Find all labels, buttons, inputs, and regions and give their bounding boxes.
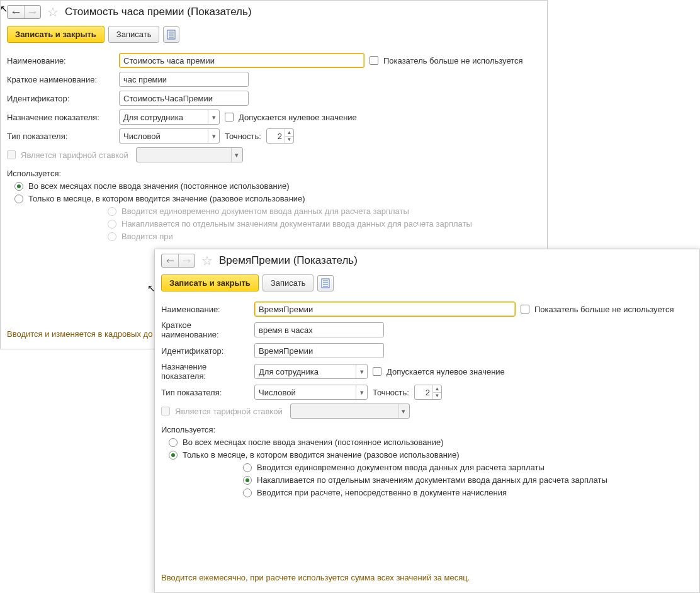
purpose-label: Назначение показателя:	[161, 362, 249, 381]
type-select[interactable]: Числовой ▾	[254, 385, 368, 400]
rate-select: ▾	[290, 404, 410, 419]
precision-spinner[interactable]: 2 ▲▼	[266, 128, 294, 144]
short-name-label: Краткое наименование:	[7, 75, 114, 84]
spin-up-icon[interactable]: ▲	[433, 385, 441, 392]
precision-label: Точность:	[373, 388, 409, 397]
usage-option-once[interactable]: Только в месяце, в котором вводится знач…	[169, 450, 693, 460]
usage-option-permanent[interactable]: Во всех месяцах после ввода значения (по…	[14, 181, 541, 191]
usage-sub-2[interactable]: Накапливается по отдельным значениям док…	[243, 475, 693, 485]
spin-up-icon[interactable]: ▲	[285, 129, 293, 136]
not-used-checkbox[interactable]	[521, 305, 529, 313]
save-and-close-button[interactable]: Записать и закрыть	[161, 274, 259, 291]
spin-down-icon[interactable]: ▼	[285, 136, 293, 144]
toolbar: Записать и закрыть Записать	[155, 272, 699, 298]
not-used-checkbox[interactable]	[370, 56, 378, 65]
usage-sub-2: Накапливается по отдельным значениям док…	[108, 219, 541, 229]
usage-option-permanent[interactable]: Во всех месяцах после ввода значения (по…	[169, 438, 693, 447]
name-label: Наименование:	[7, 56, 114, 65]
name-input[interactable]	[119, 53, 364, 68]
chevron-down-icon: ▾	[231, 148, 242, 162]
save-button[interactable]: Записать	[262, 274, 314, 291]
type-label: Тип показателя:	[161, 388, 249, 397]
is-rate-checkbox	[161, 407, 170, 415]
identifier-input[interactable]	[119, 91, 249, 106]
used-section-label: Используется:	[161, 425, 693, 434]
not-used-label: Показатель больше не используется	[383, 56, 523, 65]
identifier-input[interactable]	[254, 343, 384, 358]
purpose-label: Назначение показателя:	[7, 113, 114, 122]
allow-zero-label: Допускается нулевое значение	[387, 367, 505, 376]
usage-sub-1: Вводится единовременно документом ввода …	[108, 206, 541, 216]
usage-sub-3[interactable]: Вводится при расчете, непосредственно в …	[243, 488, 693, 497]
allow-zero-label: Допускается нулевое значение	[239, 113, 357, 122]
short-name-label: Краткое наименование:	[161, 320, 249, 339]
rate-select: ▾	[136, 147, 243, 162]
page-title: Стоимость часа премии (Показатель)	[65, 6, 252, 18]
report-icon-button[interactable]	[163, 26, 179, 43]
usage-sub-1[interactable]: Вводится единовременно документом ввода …	[243, 463, 693, 472]
cursor-icon: ↖	[147, 283, 155, 294]
nav-buttons: 🡐 🡒	[7, 5, 41, 19]
chevron-down-icon: ▾	[356, 385, 367, 399]
is-rate-label: Является тарифной ставкой	[21, 150, 128, 160]
star-icon[interactable]: ☆	[47, 4, 59, 20]
identifier-label: Идентификатор:	[161, 346, 249, 356]
usage-option-once[interactable]: Только в месяце, в котором вводится знач…	[14, 194, 541, 203]
precision-label: Точность:	[225, 132, 261, 141]
header: 🡐 🡒 ☆ Стоимость часа премии (Показатель)	[1, 1, 547, 23]
identifier-label: Идентификатор:	[7, 94, 114, 103]
form-body: Наименование: Показатель больше не испол…	[1, 53, 547, 251]
chevron-down-icon: ▾	[208, 129, 219, 143]
save-button[interactable]: Записать	[108, 26, 160, 43]
forward-button[interactable]: 🡒	[24, 6, 40, 18]
name-label: Наименование:	[161, 305, 249, 314]
type-label: Тип показателя:	[7, 132, 114, 141]
short-name-input[interactable]	[254, 322, 384, 337]
chevron-down-icon: ▾	[356, 364, 367, 378]
is-rate-label: Является тарифной ставкой	[175, 407, 283, 416]
short-name-input[interactable]	[119, 72, 249, 87]
chevron-down-icon: ▾	[398, 404, 409, 418]
header: 🡐 🡒 ☆ ВремяПремии (Показатель)	[155, 249, 699, 272]
name-input[interactable]	[254, 302, 516, 317]
type-select[interactable]: Числовой ▾	[119, 128, 220, 144]
allow-zero-checkbox[interactable]	[373, 367, 381, 376]
window-time-premium: 🡐 🡒 ☆ ВремяПремии (Показатель) Записать …	[154, 249, 700, 593]
bottom-note: Вводится ежемесячно, при расчете использ…	[161, 573, 470, 582]
bottom-note: Вводится и изменяется в кадровых до	[7, 329, 152, 339]
allow-zero-checkbox[interactable]	[225, 113, 234, 121]
page-title: ВремяПремии (Показатель)	[219, 254, 358, 267]
precision-spinner[interactable]: 2 ▲▼	[414, 385, 442, 400]
nav-buttons: 🡐 🡒	[161, 254, 195, 268]
report-icon-button[interactable]	[317, 275, 334, 291]
purpose-select[interactable]: Для сотрудника ▾	[119, 110, 220, 125]
back-button[interactable]: 🡐	[8, 6, 24, 18]
used-section-label: Используется:	[7, 169, 541, 178]
not-used-label: Показатель больше не используется	[534, 305, 674, 314]
purpose-select[interactable]: Для сотрудника ▾	[254, 364, 368, 379]
spin-down-icon[interactable]: ▼	[433, 392, 441, 400]
is-rate-checkbox	[7, 150, 16, 159]
toolbar: Записать и закрыть Записать	[1, 23, 547, 49]
back-button[interactable]: 🡐	[162, 254, 178, 267]
usage-sub-3: Вводится при	[108, 232, 541, 241]
cursor-icon: ↖	[0, 3, 8, 14]
form-body: Наименование: Показатель больше не испол…	[155, 302, 699, 507]
save-and-close-button[interactable]: Записать и закрыть	[7, 26, 104, 43]
chevron-down-icon: ▾	[208, 110, 219, 124]
forward-button[interactable]: 🡒	[178, 254, 195, 267]
star-icon[interactable]: ☆	[201, 253, 213, 268]
